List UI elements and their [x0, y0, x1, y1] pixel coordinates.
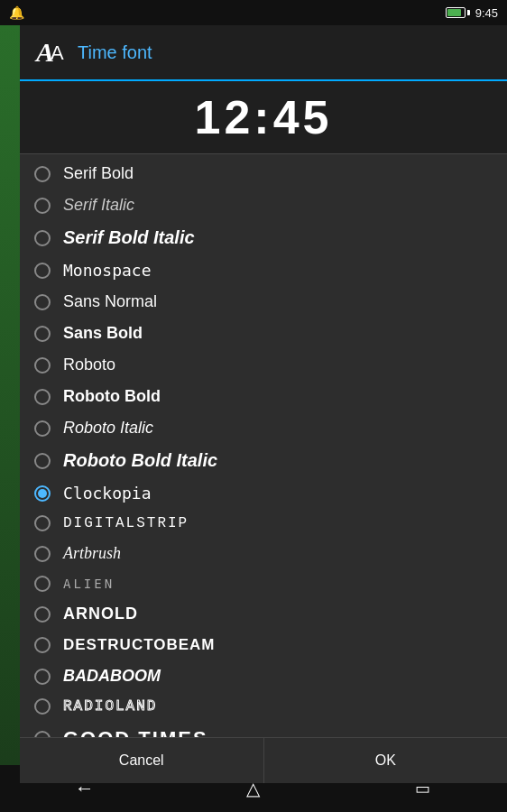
radio-destructobeam: [34, 637, 51, 653]
font-item-digitalstrip[interactable]: DIGITALSTRIP: [20, 509, 507, 538]
radio-serif-bold: [34, 166, 51, 182]
font-item-serif-italic[interactable]: Serif Italic: [20, 189, 507, 221]
radio-sans-normal: [34, 294, 51, 310]
font-item-arnold[interactable]: ARNOLD: [20, 598, 507, 630]
font-list[interactable]: Serif BoldSerif ItalicSerif Bold ItalicM…: [20, 154, 507, 737]
radio-serif-italic: [34, 198, 51, 214]
preview-time: 12:45: [195, 91, 333, 143]
radio-roboto: [34, 357, 51, 374]
notification-icon: 🔔: [9, 5, 24, 20]
font-label-clockopia: Clockopia: [63, 484, 152, 503]
radio-roboto-bold: [34, 389, 51, 405]
font-label-arnold: ARNOLD: [63, 604, 138, 623]
font-label-roboto-bold-italic: Roboto Bold Italic: [63, 450, 217, 471]
font-item-sans-normal[interactable]: Sans Normal: [20, 286, 507, 318]
font-item-serif-bold[interactable]: Serif Bold: [20, 158, 507, 189]
status-right: 9:45: [446, 6, 498, 20]
font-item-roboto-italic[interactable]: Roboto Italic: [20, 412, 507, 444]
font-label-monospace: Monospace: [63, 261, 152, 280]
font-item-monospace[interactable]: Monospace: [20, 254, 507, 286]
font-label-roboto-italic: Roboto Italic: [63, 419, 153, 438]
font-label-roboto: Roboto: [63, 355, 115, 374]
font-label-destructobeam: DESTRUCTOBEAM: [63, 636, 216, 654]
font-item-clockopia[interactable]: Clockopia: [20, 477, 507, 509]
font-label-artbrush: Artbrush: [63, 544, 121, 563]
radio-goodtimes: [34, 731, 51, 737]
dialog-title: Time font: [78, 42, 152, 63]
font-item-roboto-bold[interactable]: Roboto Bold: [20, 381, 507, 412]
side-accent: [0, 25, 20, 812]
status-time: 9:45: [475, 6, 498, 20]
svg-text:A: A: [51, 42, 64, 64]
font-label-badaboom: BADABOOM: [63, 667, 161, 686]
radio-arnold: [34, 606, 51, 623]
ok-button[interactable]: OK: [264, 738, 508, 783]
radio-serif-bold-italic: [34, 230, 51, 246]
font-item-sans-bold[interactable]: Sans Bold: [20, 318, 507, 349]
radio-artbrush: [34, 546, 51, 562]
font-item-artbrush[interactable]: Artbrush: [20, 538, 507, 569]
radio-radioland: [34, 698, 51, 715]
font-label-digitalstrip: DIGITALSTRIP: [63, 515, 189, 531]
radio-roboto-italic: [34, 420, 51, 437]
font-item-radioland[interactable]: RADIOLAND: [20, 692, 507, 721]
font-item-alien[interactable]: ALIEN: [20, 569, 507, 598]
cancel-button[interactable]: Cancel: [20, 738, 263, 783]
radio-clockopia: [34, 485, 51, 502]
radio-badaboom: [34, 669, 51, 685]
time-preview: 12:45: [20, 81, 507, 154]
font-label-radioland: RADIOLAND: [63, 698, 157, 715]
font-label-serif-italic: Serif Italic: [63, 196, 134, 215]
radio-alien: [34, 576, 51, 592]
status-bar: 🔔 9:45: [0, 0, 507, 25]
font-icon: A A: [34, 36, 67, 69]
font-label-serif-bold-italic: Serif Bold Italic: [63, 227, 195, 248]
font-item-roboto[interactable]: Roboto: [20, 349, 507, 381]
dialog-buttons: Cancel OK: [20, 737, 507, 783]
font-label-alien: ALIEN: [63, 577, 115, 591]
font-item-destructobeam[interactable]: DESTRUCTOBEAM: [20, 630, 507, 660]
radio-digitalstrip: [34, 515, 51, 531]
radio-roboto-bold-italic: [34, 453, 51, 469]
font-item-roboto-bold-italic[interactable]: Roboto Bold Italic: [20, 444, 507, 477]
font-item-goodtimes[interactable]: GOOD TIMES: [20, 721, 507, 737]
battery-icon: [446, 7, 470, 18]
radio-monospace: [34, 263, 51, 279]
status-icons-left: 🔔: [9, 5, 24, 20]
font-item-badaboom[interactable]: BADABOOM: [20, 660, 507, 692]
font-label-serif-bold: Serif Bold: [63, 164, 134, 183]
radio-sans-bold: [34, 326, 51, 342]
time-font-dialog: A A Time font 12:45 Serif BoldSerif Ital…: [20, 25, 507, 783]
font-label-roboto-bold: Roboto Bold: [63, 387, 161, 406]
font-item-serif-bold-italic[interactable]: Serif Bold Italic: [20, 221, 507, 254]
font-label-goodtimes: GOOD TIMES: [63, 727, 208, 737]
font-label-sans-normal: Sans Normal: [63, 292, 157, 311]
dialog-header: A A Time font: [20, 25, 507, 81]
font-label-sans-bold: Sans Bold: [63, 324, 143, 343]
